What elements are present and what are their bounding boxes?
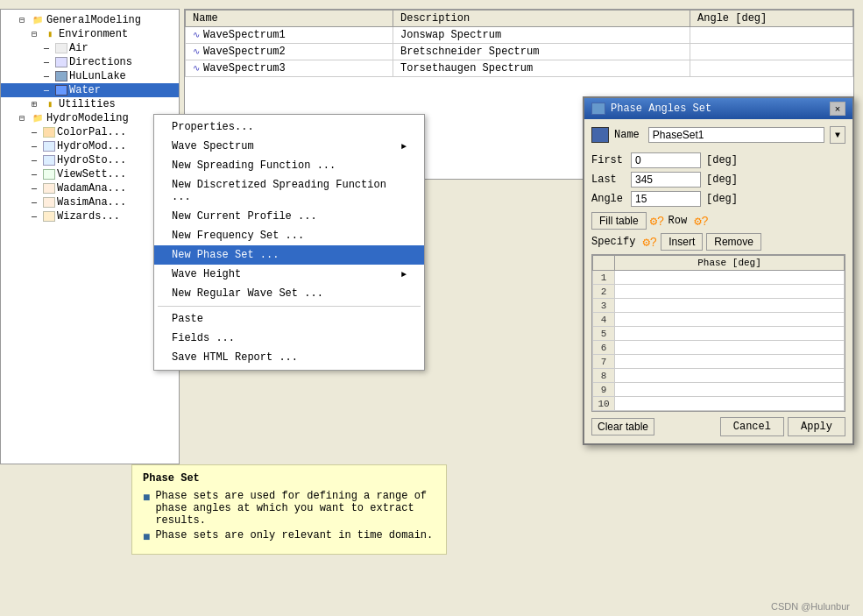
tree-item-hydro-modeling[interactable]: ⊟ 📁 HydroModeling	[1, 111, 179, 125]
menu-item-properties[interactable]: Properties...	[154, 117, 424, 137]
dialog-name-row: Name ▼	[591, 126, 845, 144]
tree-item-general-modeling[interactable]: ⊟ 📁 GeneralModeling	[1, 13, 179, 27]
phase-row-num: 10	[593, 397, 615, 411]
menu-item-save-html[interactable]: Save HTML Report ...	[154, 348, 424, 367]
field-input-angle[interactable]	[631, 191, 701, 207]
item-icon-dir	[55, 57, 67, 67]
dialog-body: Name ▼ First [deg] Last [deg] Angle [deg…	[584, 119, 852, 443]
dialog-name-label: Name	[614, 129, 640, 141]
context-menu: Properties... Wave Spectrum ► New Spread…	[153, 114, 425, 371]
tooltip-text-1: Phase sets are used for defining a range…	[155, 490, 435, 527]
menu-item-new-disc-spreading[interactable]: New Discretized Spreading Function ...	[154, 175, 424, 207]
menu-item-new-phase-set[interactable]: New Phase Set ...	[154, 245, 424, 265]
tree-item-wadamana[interactable]: — WadamAna...	[1, 181, 179, 195]
phase-row-value[interactable]	[615, 383, 845, 397]
folder-icon-util: ▮	[43, 98, 57, 110]
phase-row-num: 5	[593, 327, 615, 341]
tree-label-water: Water	[69, 84, 101, 96]
dash-icon-hul: —	[39, 70, 53, 82]
remove-button[interactable]: Remove	[706, 233, 761, 251]
phase-table-container: Phase [deg] 12345678910	[591, 254, 845, 412]
cancel-button[interactable]: Cancel	[720, 417, 784, 436]
col-name: Name	[186, 11, 393, 27]
field-input-first[interactable]	[631, 152, 701, 168]
table-row: ∿WaveSpectrum2 Bretschneider Spectrum	[186, 44, 853, 60]
tree-item-hydromod[interactable]: — HydroMod...	[1, 139, 179, 153]
phase-table-row: 5	[593, 327, 845, 341]
menu-label-fields: Fields ...	[172, 332, 235, 344]
dialog-name-input[interactable]	[648, 127, 824, 143]
menu-item-wave-height[interactable]: Wave Height ►	[154, 265, 424, 284]
help-icon-specify[interactable]: ⚙?	[642, 235, 657, 250]
menu-item-new-spreading[interactable]: New Spreading Function ...	[154, 156, 424, 175]
tree-item-environment[interactable]: ⊟ ▮ Environment	[1, 27, 179, 41]
phase-row-value[interactable]	[615, 285, 845, 299]
field-input-last[interactable]	[631, 172, 701, 188]
dialog-fill-row: Fill table ⚙? Row ⚙?	[591, 212, 845, 230]
tree-item-directions[interactable]: — Directions	[1, 55, 179, 69]
item-icon-air	[55, 43, 67, 53]
phase-row-value[interactable]	[615, 299, 845, 313]
phase-row-value[interactable]	[615, 271, 845, 285]
tooltip-text-2: Phase sets are only relevant in time dom…	[155, 529, 433, 542]
dash-icon-wsa: —	[27, 196, 41, 209]
phase-row-value[interactable]	[615, 369, 845, 383]
tree-item-wizards[interactable]: — Wizards...	[1, 209, 179, 223]
dialog-name-dropdown[interactable]: ▼	[830, 126, 845, 144]
menu-label-new-disc-spreading: New Discretized Spreading Function ...	[172, 179, 407, 203]
phase-row-num: 2	[593, 285, 615, 299]
item-icon-wa	[43, 183, 55, 194]
cell-desc-1: Jonswap Spectrum	[393, 27, 690, 44]
apply-button[interactable]: Apply	[788, 417, 845, 436]
dash-icon-wa: —	[27, 182, 41, 195]
menu-item-wave-spectrum[interactable]: Wave Spectrum ►	[154, 137, 424, 156]
tree-item-air[interactable]: — Air	[1, 41, 179, 55]
tree-label-hs: HydroSto...	[57, 154, 126, 166]
phase-row-value[interactable]	[615, 397, 845, 411]
tree-item-water[interactable]: — Water	[1, 83, 179, 97]
field-unit-angle: [deg]	[706, 193, 738, 205]
tree-item-utilities[interactable]: ⊞ ▮ Utilities	[1, 97, 179, 111]
field-label-angle: Angle	[591, 193, 631, 205]
menu-label-wave-spectrum: Wave Spectrum	[172, 140, 254, 152]
phase-table-row: 10	[593, 397, 845, 411]
menu-label-properties: Properties...	[172, 121, 254, 133]
wave-icon-1: ∿	[193, 31, 200, 40]
phase-row-value[interactable]	[615, 341, 845, 355]
phase-angles-dialog: Phase Angles Set × Name ▼ First [deg] La…	[583, 96, 854, 445]
submenu-arrow-height: ►	[401, 270, 407, 280]
phase-row-value[interactable]	[615, 327, 845, 341]
clear-table-button[interactable]: Clear table	[591, 418, 654, 435]
menu-item-new-regular-wave[interactable]: New Regular Wave Set ...	[154, 284, 424, 303]
tooltip-box: Phase Set ■ Phase sets are used for defi…	[131, 464, 447, 555]
tooltip-item-2: ■ Phase sets are only relevant in time d…	[143, 529, 435, 544]
menu-item-paste[interactable]: Paste	[154, 309, 424, 329]
phase-row-value[interactable]	[615, 355, 845, 369]
fill-table-button[interactable]: Fill table	[591, 212, 647, 230]
menu-item-fields[interactable]: Fields ...	[154, 329, 424, 348]
tree-label-wiz: Wizards...	[57, 210, 120, 223]
item-icon-hm	[43, 141, 55, 152]
tree-item-viewset[interactable]: — ViewSett...	[1, 167, 179, 181]
item-icon-hul	[55, 71, 67, 81]
tree-item-wasimana[interactable]: — WasimAna...	[1, 195, 179, 209]
insert-button[interactable]: Insert	[661, 233, 703, 251]
menu-item-new-current-profile[interactable]: New Current Profile ...	[154, 207, 424, 226]
menu-label-new-spreading: New Spreading Function ...	[172, 159, 336, 172]
help-icon-fill[interactable]: ⚙?	[650, 214, 665, 229]
dash-icon: —	[39, 42, 53, 54]
phase-table-row: 8	[593, 369, 845, 383]
tree-label-util: Utilities	[59, 98, 116, 110]
tree-item-hydrosto[interactable]: — HydroSto...	[1, 153, 179, 167]
tree-item-colorpal[interactable]: — ColorPal...	[1, 125, 179, 139]
help-icon-row[interactable]: ⚙?	[694, 214, 709, 229]
item-icon-wsa	[43, 197, 55, 208]
menu-item-new-frequency-set[interactable]: New Frequency Set ...	[154, 226, 424, 245]
tree-label-wsa: WasimAna...	[57, 196, 126, 209]
field-label-last: Last	[591, 173, 631, 186]
cell-name-2: ∿WaveSpectrum2	[186, 44, 393, 60]
phase-row-value[interactable]	[615, 313, 845, 327]
dialog-close-button[interactable]: ×	[830, 102, 845, 116]
tree-label-cp: ColorPal...	[57, 126, 126, 138]
tree-item-hulunlake[interactable]: — HuLunLake	[1, 69, 179, 83]
